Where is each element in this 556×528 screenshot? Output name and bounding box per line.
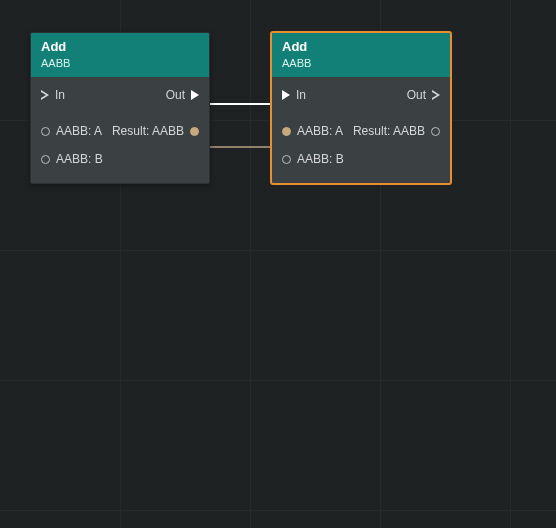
exec-out-port[interactable]: Out — [407, 88, 440, 102]
port-circle-icon — [282, 127, 291, 136]
port-circle-icon — [41, 127, 50, 136]
node-subtitle: AABB — [41, 57, 199, 69]
exec-triangle-icon — [432, 90, 440, 100]
port-circle-icon — [41, 155, 50, 164]
exec-triangle-icon — [282, 90, 290, 100]
exec-triangle-icon — [191, 90, 199, 100]
output-port-label: Result: AABB — [112, 124, 184, 138]
exec-triangle-icon — [41, 90, 49, 100]
output-port[interactable]: Result: AABB — [353, 124, 440, 138]
node-title: Add — [41, 39, 199, 55]
output-port[interactable]: Result: AABB — [112, 124, 199, 138]
exec-in-port[interactable]: In — [41, 88, 65, 102]
port-circle-icon — [282, 155, 291, 164]
exec-out-port[interactable]: Out — [166, 88, 199, 102]
node-canvas[interactable]: AddAABBInOutAABB: AResult: AABBAABB: BAd… — [0, 0, 556, 528]
port-circle-icon — [190, 127, 199, 136]
node-header[interactable]: AddAABB — [31, 33, 209, 77]
input-port[interactable]: AABB: A — [282, 124, 343, 138]
port-circle-icon — [431, 127, 440, 136]
graph-node[interactable]: AddAABBInOutAABB: AResult: AABBAABB: B — [271, 32, 451, 184]
node-subtitle: AABB — [282, 57, 440, 69]
node-header[interactable]: AddAABB — [272, 33, 450, 77]
graph-node[interactable]: AddAABBInOutAABB: AResult: AABBAABB: B — [30, 32, 210, 184]
exec-in-label: In — [296, 88, 306, 102]
exec-in-label: In — [55, 88, 65, 102]
input-port[interactable]: AABB: B — [41, 152, 103, 166]
exec-in-port[interactable]: In — [282, 88, 306, 102]
input-port-label: AABB: B — [56, 152, 103, 166]
input-port-label: AABB: B — [297, 152, 344, 166]
node-title: Add — [282, 39, 440, 55]
exec-out-label: Out — [407, 88, 426, 102]
input-port-label: AABB: A — [297, 124, 343, 138]
output-port-label: Result: AABB — [353, 124, 425, 138]
input-port[interactable]: AABB: A — [41, 124, 102, 138]
input-port[interactable]: AABB: B — [282, 152, 344, 166]
input-port-label: AABB: A — [56, 124, 102, 138]
exec-out-label: Out — [166, 88, 185, 102]
